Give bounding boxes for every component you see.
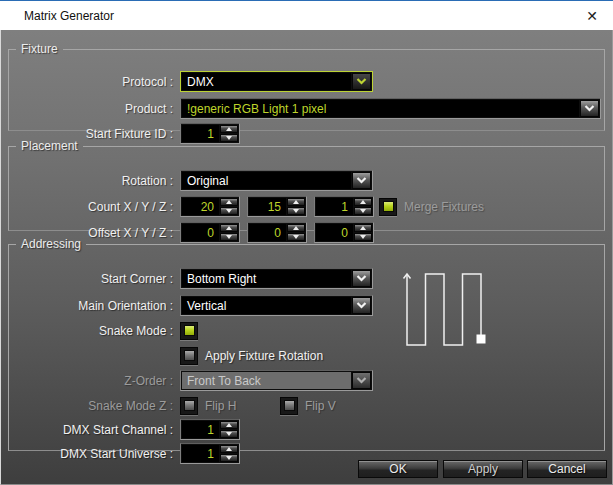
count-x-value[interactable]: 20 xyxy=(182,198,219,215)
chevron-down-icon[interactable] xyxy=(352,73,371,90)
z-order-label: Z-Order : xyxy=(9,374,180,388)
spin-up-button[interactable] xyxy=(354,224,372,232)
dmx-start-channel-value[interactable]: 1 xyxy=(182,421,219,438)
dmx-start-universe-label: DMX Start Universe : xyxy=(9,447,180,461)
dmx-start-universe-spinner[interactable]: 1 xyxy=(180,443,240,464)
protocol-row: Protocol : DMX xyxy=(9,71,373,92)
merge-fixtures-label: Merge Fixtures xyxy=(404,200,484,214)
spin-down-button[interactable] xyxy=(354,207,372,215)
count-row: Count X / Y / Z : 20 15 1 Merge Fixtures xyxy=(9,196,484,217)
dmx-start-channel-label: DMX Start Channel : xyxy=(9,423,180,437)
main-orientation-value: Vertical xyxy=(182,297,351,314)
close-icon: ✕ xyxy=(586,9,598,23)
count-z-value[interactable]: 1 xyxy=(316,198,353,215)
chevron-down-icon[interactable] xyxy=(352,270,371,287)
spin-down-button[interactable] xyxy=(220,454,238,462)
apply-button[interactable]: Apply xyxy=(443,460,523,478)
dmx-start-channel-spinner[interactable]: 1 xyxy=(180,419,240,440)
fixture-group-label: Fixture xyxy=(16,42,63,56)
ok-button[interactable]: OK xyxy=(358,460,438,478)
apply-fixture-rotation-row: Apply Fixture Rotation xyxy=(9,345,323,366)
snake-path-diagram xyxy=(402,268,490,350)
product-value: !generic RGB Light 1 pixel xyxy=(182,100,579,117)
snake-mode-checkbox[interactable] xyxy=(180,322,198,340)
flip-v-checkbox xyxy=(280,397,298,415)
z-order-value: Front To Back xyxy=(182,372,351,389)
spin-down-button[interactable] xyxy=(220,430,238,438)
spin-up-button[interactable] xyxy=(287,224,305,232)
page-title: Matrix Generator xyxy=(24,9,114,23)
spin-up-button[interactable] xyxy=(220,198,238,206)
placement-group-label: Placement xyxy=(16,139,83,153)
spin-up-button[interactable] xyxy=(287,198,305,206)
main-orientation-row: Main Orientation : Vertical xyxy=(9,295,373,316)
placement-group: Placement Rotation : Original Count X / … xyxy=(8,139,605,231)
apply-fixture-rotation-label: Apply Fixture Rotation xyxy=(205,349,323,363)
spin-up-button[interactable] xyxy=(220,125,238,133)
spin-up-button[interactable] xyxy=(220,421,238,429)
chevron-down-icon[interactable] xyxy=(352,172,371,189)
flip-v-label: Flip V xyxy=(305,399,336,413)
addressing-group-label: Addressing xyxy=(16,237,86,251)
product-dropdown[interactable]: !generic RGB Light 1 pixel xyxy=(180,98,601,119)
count-z-spinner[interactable]: 1 xyxy=(314,196,374,217)
dmx-start-universe-value[interactable]: 1 xyxy=(182,445,219,462)
rotation-row: Rotation : Original xyxy=(9,170,373,191)
count-y-spinner[interactable]: 15 xyxy=(247,196,307,217)
count-label: Count X / Y / Z : xyxy=(9,200,180,214)
flip-h-checkbox xyxy=(180,397,198,415)
addressing-group: Addressing Start Corner : Bottom Right M… xyxy=(8,237,605,451)
apply-fixture-rotation-checkbox[interactable] xyxy=(180,347,198,365)
z-order-row: Z-Order : Front To Back xyxy=(9,370,373,391)
snake-mode-label: Snake Mode : xyxy=(9,324,180,338)
spin-up-button[interactable] xyxy=(220,445,238,453)
protocol-dropdown[interactable]: DMX xyxy=(180,71,373,92)
dmx-start-universe-row: DMX Start Universe : 1 xyxy=(9,443,240,464)
chevron-down-icon xyxy=(352,372,371,389)
flip-h-label: Flip H xyxy=(205,399,280,413)
cancel-button[interactable]: Cancel xyxy=(527,460,607,478)
snake-mode-z-label: Snake Mode Z : xyxy=(9,399,180,413)
dmx-start-channel-row: DMX Start Channel : 1 xyxy=(9,419,240,440)
product-label: Product : xyxy=(9,102,180,116)
close-button[interactable]: ✕ xyxy=(579,4,605,28)
start-corner-label: Start Corner : xyxy=(9,272,180,286)
product-row: Product : !generic RGB Light 1 pixel xyxy=(9,98,601,119)
main-orientation-label: Main Orientation : xyxy=(9,299,180,313)
fixture-group: Fixture Protocol : DMX Product : !generi… xyxy=(8,42,605,131)
rotation-value: Original xyxy=(182,172,351,189)
count-y-value[interactable]: 15 xyxy=(249,198,286,215)
title-bar: Matrix Generator ✕ xyxy=(0,1,613,30)
start-corner-dropdown[interactable]: Bottom Right xyxy=(180,268,373,289)
snake-mode-row: Snake Mode : xyxy=(9,320,198,341)
spin-down-button[interactable] xyxy=(220,207,238,215)
count-x-spinner[interactable]: 20 xyxy=(180,196,240,217)
protocol-value: DMX xyxy=(182,73,351,90)
main-orientation-dropdown[interactable]: Vertical xyxy=(180,295,373,316)
rotation-dropdown[interactable]: Original xyxy=(180,170,373,191)
merge-fixtures-checkbox[interactable] xyxy=(379,198,397,216)
spin-up-button[interactable] xyxy=(354,198,372,206)
spin-up-button[interactable] xyxy=(220,224,238,232)
spin-down-button[interactable] xyxy=(287,207,305,215)
z-order-dropdown: Front To Back xyxy=(180,370,373,391)
chevron-down-icon[interactable] xyxy=(580,100,599,117)
chevron-down-icon[interactable] xyxy=(352,297,371,314)
snake-mode-z-row: Snake Mode Z : Flip H Flip V xyxy=(9,395,336,416)
matrix-generator-dialog: Matrix Generator ✕ Fixture Protocol : DM… xyxy=(0,0,613,485)
rotation-label: Rotation : xyxy=(9,174,180,188)
start-corner-row: Start Corner : Bottom Right xyxy=(9,268,373,289)
start-corner-value: Bottom Right xyxy=(182,270,351,287)
protocol-label: Protocol : xyxy=(9,75,180,89)
